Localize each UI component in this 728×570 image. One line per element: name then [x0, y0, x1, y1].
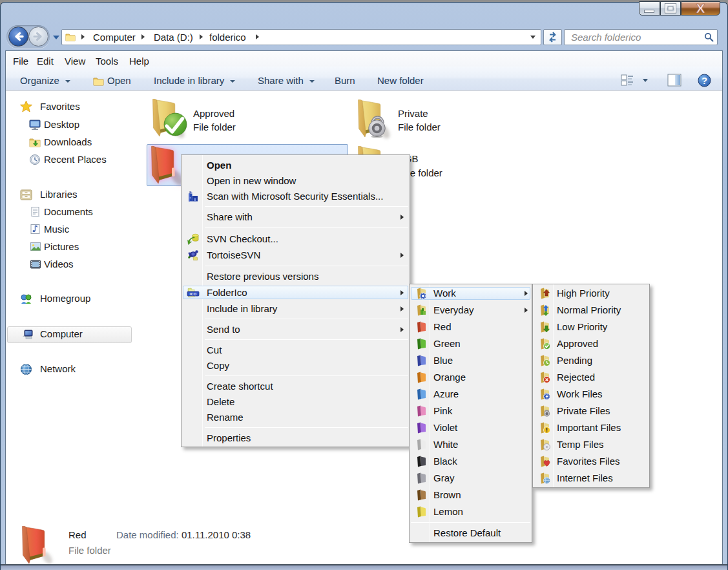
svg-text:ICO: ICO	[189, 291, 196, 295]
svg-text:?: ?	[702, 75, 707, 86]
svg-text:X: X	[696, 2, 705, 15]
